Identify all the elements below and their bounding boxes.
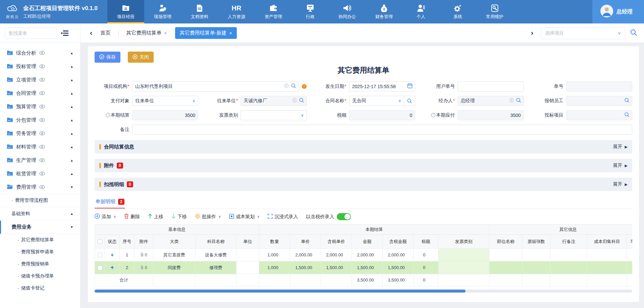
- tab-home[interactable]: 首页: [95, 30, 116, 36]
- cell-price[interactable]: 1,500.00: [290, 261, 321, 274]
- cell-unit-editing[interactable]: [236, 261, 259, 274]
- toolbar-trash[interactable]: 删除: [124, 213, 140, 220]
- sidebar-item[interactable]: 劳务管理▲: [0, 127, 80, 140]
- add-row-icon[interactable]: +: [111, 252, 114, 258]
- search-icon[interactable]: [624, 112, 630, 119]
- close-tab-icon[interactable]: ×: [229, 30, 232, 36]
- sidebar-item[interactable]: 预算管理▲: [0, 100, 80, 113]
- section-contract-settlement[interactable]: 合同结算信息 展开▶: [95, 140, 632, 153]
- eye-icon[interactable]: [39, 171, 45, 177]
- search-icon[interactable]: [299, 98, 304, 104]
- invoice-select[interactable]: ∨: [240, 110, 307, 120]
- add-row-icon[interactable]: +: [110, 264, 114, 271]
- tab-detail-lines[interactable]: 单据明细 2: [95, 197, 125, 208]
- eye-icon[interactable]: [39, 117, 45, 123]
- menu-search-input[interactable]: [5, 27, 57, 39]
- project-field[interactable]: [132, 81, 299, 91]
- nav-item-system[interactable]: 系统: [439, 0, 476, 23]
- sidebar-item[interactable]: 合同管理▲: [0, 86, 80, 100]
- sidebar-leaf[interactable]: ·费用预算申请单: [0, 246, 80, 258]
- sidebar-item[interactable]: 综合分析▲: [0, 46, 80, 60]
- sidebar-item[interactable]: 费用管理▼: [0, 180, 80, 194]
- bid-project-field[interactable]: [566, 110, 632, 120]
- sidebar-group[interactable]: 基础资料▲: [0, 207, 80, 221]
- cell-category[interactable]: 间接费: [153, 261, 196, 274]
- cell-plate[interactable]: [627, 261, 632, 274]
- toolbar-arrow-up[interactable]: 上移: [148, 213, 163, 220]
- search-icon[interactable]: [516, 98, 521, 104]
- counterparty-field[interactable]: [240, 96, 307, 106]
- nav-item-project[interactable]: 项目经营: [107, 0, 144, 23]
- tab-other-fee-new[interactable]: 其它费用结算单-新建 ×: [175, 27, 237, 39]
- cell-plate[interactable]: [627, 249, 632, 261]
- sidebar-item[interactable]: 投标管理▲: [0, 60, 80, 73]
- operator-field[interactable]: [458, 96, 524, 106]
- sidebar-leaf[interactable]: ·储值卡预办理单: [0, 270, 80, 282]
- cell-ticket_count[interactable]: [522, 249, 550, 261]
- cell-cost_subject[interactable]: [587, 249, 627, 261]
- search-icon[interactable]: [291, 83, 296, 90]
- caret-up-icon[interactable]: ▲: [70, 212, 73, 215]
- row-checkbox[interactable]: [98, 253, 102, 257]
- cell-category[interactable]: 其它直接费: [153, 249, 196, 261]
- clear-icon[interactable]: [292, 98, 297, 104]
- cell-subject[interactable]: 修理费: [196, 261, 236, 274]
- nav-item-maintain[interactable]: 常用维护: [476, 0, 513, 23]
- nav-item-person[interactable]: 个人: [402, 0, 439, 23]
- user-chip[interactable]: 总经理: [592, 0, 644, 23]
- pay-target-select[interactable]: 往来单位 ∨: [132, 96, 198, 106]
- eye-icon[interactable]: [39, 90, 45, 96]
- caret-up-icon[interactable]: ▲: [70, 159, 73, 162]
- user-no-field[interactable]: [458, 81, 524, 91]
- sidebar-leaf[interactable]: ·储值卡登记: [0, 282, 80, 294]
- sidebar-item[interactable]: 材料管理▲: [0, 140, 80, 153]
- cell-price_tax[interactable]: 1,500.00: [321, 261, 352, 274]
- cell-price[interactable]: 2,000.00: [290, 249, 321, 261]
- attachment-cell[interactable]: 0: [140, 265, 147, 270]
- calendar-icon[interactable]: [407, 83, 413, 90]
- nav-item-site[interactable]: 现场管理: [144, 0, 181, 23]
- cell-price_tax[interactable]: 2,000.00: [321, 249, 352, 261]
- search-icon[interactable]: [404, 96, 412, 106]
- eye-icon[interactable]: [39, 158, 45, 163]
- cell-amount[interactable]: 1,500.00: [352, 261, 383, 274]
- nav-item-doc[interactable]: 文档资料: [181, 0, 218, 23]
- caret-up-icon[interactable]: ▲: [70, 132, 73, 135]
- nav-item-office[interactable]: 协同办公: [329, 0, 366, 23]
- caret-up-icon[interactable]: ▲: [70, 91, 73, 95]
- caret-down-icon[interactable]: ▼: [70, 225, 73, 229]
- caret-up-icon[interactable]: ▲: [70, 145, 73, 149]
- cell-seq[interactable]: 2: [120, 261, 135, 274]
- section-deduction-detail[interactable]: 扣抵明细 0 展开▶: [95, 178, 632, 191]
- caret-up-icon[interactable]: ▲: [70, 78, 73, 82]
- save-button[interactable]: 保存: [95, 52, 120, 63]
- remark-field[interactable]: [132, 125, 632, 135]
- eye-icon[interactable]: [39, 184, 45, 190]
- tax-inclusive-toggle[interactable]: [337, 213, 351, 220]
- toolbar-immersive[interactable]: 沉浸式录入: [268, 214, 298, 220]
- sidebar-group[interactable]: 费用业务▼: [0, 221, 80, 234]
- toolbar-arrow-down[interactable]: 下移: [171, 213, 187, 220]
- cell-part_name[interactable]: [489, 249, 522, 261]
- sidebar-item[interactable]: 租赁管理▲: [0, 167, 80, 180]
- project-select[interactable]: 选择项目 ∨: [541, 27, 625, 39]
- eye-icon[interactable]: [39, 104, 45, 110]
- project-search-icon[interactable]: [630, 29, 637, 38]
- clear-icon[interactable]: [509, 98, 514, 104]
- cell-amount_tax[interactable]: 2,000.00: [383, 249, 414, 261]
- nav-item-hr[interactable]: HR人力资源: [218, 0, 255, 23]
- cell-row_remark[interactable]: [550, 249, 587, 261]
- caret-up-icon[interactable]: ▲: [70, 118, 73, 122]
- caret-up-icon[interactable]: ▲: [70, 51, 73, 55]
- row-checkbox[interactable]: [98, 265, 102, 270]
- attachment-cell[interactable]: 0: [140, 252, 147, 258]
- cell-tax[interactable]: 0: [414, 261, 438, 274]
- sidebar-leaf[interactable]: ·其它费用结算单: [0, 234, 80, 246]
- cell-invoice-type[interactable]: [438, 261, 489, 274]
- caret-down-icon[interactable]: ▼: [70, 185, 73, 189]
- sidebar-leaf[interactable]: ·费用预报销单: [0, 258, 80, 270]
- section-attachments[interactable]: 附件 0 展开▶: [95, 159, 632, 172]
- cell-subject[interactable]: 设备大修费: [196, 249, 236, 261]
- sidebar-item[interactable]: 立项管理▲: [0, 73, 80, 86]
- nav-item-finance[interactable]: ¥财务管理: [366, 0, 402, 23]
